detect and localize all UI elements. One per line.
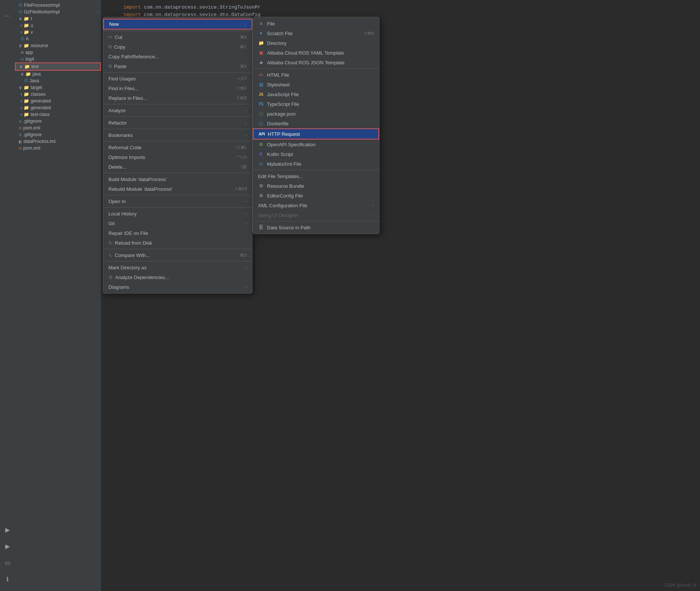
menu-item-paste[interactable]: ⧉ Paste ⌘V: [103, 61, 252, 71]
separator-2: [103, 72, 252, 73]
menu-item-build-module[interactable]: Build Module 'dataProcess': [103, 174, 252, 184]
separator-8: [103, 195, 252, 195]
menu-item-repair-ide[interactable]: Repair IDE on File: [103, 228, 252, 238]
chevron-right-icon-classes: ›: [21, 92, 22, 97]
arrow-swing-ui: ›: [372, 213, 374, 217]
tree-item-javafile[interactable]: Ⓒ Java: [15, 77, 101, 84]
menu-item-local-history[interactable]: Local History ›: [103, 209, 252, 218]
submenu-item-mybatisxml[interactable]: ‹/› MybatisXml File: [253, 159, 379, 169]
tree-item-t[interactable]: ∨ 📁 t: [15, 15, 101, 22]
submenu-item-alibaba-json[interactable]: ◈ Alibaba Cloud ROS JSON Template: [253, 58, 379, 67]
submenu-item-http-request[interactable]: API HTTP Request: [253, 128, 379, 140]
submenu-item-xml-config[interactable]: XML Configuration File ›: [253, 200, 379, 210]
arrow-git: ›: [245, 221, 247, 226]
info-icon[interactable]: ℹ: [3, 575, 12, 584]
submenu-item-file[interactable]: ≡ File: [253, 19, 379, 28]
menu-item-delete[interactable]: Delete... ⌫: [103, 162, 252, 172]
debug-icon[interactable]: ▶: [3, 542, 12, 551]
submenu-label-openapi: OpenAPI Specification: [267, 142, 374, 147]
run-icon[interactable]: ▶: [3, 525, 12, 534]
submenu-item-html[interactable]: ‹/› HTML File: [253, 70, 379, 80]
menu-label-analyze-deps: Analyze Dependencies...: [115, 275, 247, 280]
tree-item-classes[interactable]: › 📁 classes: [15, 91, 101, 98]
tree-label-v: v: [31, 30, 33, 35]
menu-label-delete: Delete...: [108, 164, 233, 170]
menu-item-new[interactable]: New ›: [103, 19, 252, 30]
tree-item-testclass[interactable]: › 📁 test-class: [15, 111, 101, 118]
menu-item-find-in-files[interactable]: Find in Files... ⇧⌘F: [103, 83, 252, 93]
menu-item-analyze[interactable]: Analyze ›: [103, 105, 252, 115]
menu-item-rebuild-module[interactable]: Rebuild Module 'dataProcess' ⇧⌘F9: [103, 184, 252, 194]
tree-item-java[interactable]: ∨ 📁 java: [15, 71, 101, 77]
ellipsis-icon[interactable]: ⋯: [3, 11, 12, 20]
tree-item-generated2[interactable]: › 📁 generated: [15, 104, 101, 111]
tree-item-generated1[interactable]: › 📁 generated: [15, 98, 101, 104]
tree-label-testclass: test-class: [31, 112, 50, 117]
tree-label-app: app: [25, 50, 33, 55]
menu-item-analyze-deps[interactable]: ⚙ Analyze Dependencies...: [103, 272, 252, 282]
shortcut-find-usages: ⌥F7: [237, 76, 247, 81]
menu-item-find-usages[interactable]: Find Usages ⌥F7: [103, 74, 252, 83]
menu-item-open-in[interactable]: Open In ›: [103, 196, 252, 206]
submenu-item-kotlin-script[interactable]: K Kotlin Script: [253, 149, 379, 159]
menu-label-analyze: Analyze: [108, 108, 245, 113]
folder-icon-java: 📁: [25, 71, 31, 77]
tree-item-pomxml2[interactable]: m pom.xml: [15, 145, 101, 151]
tree-item-log4[interactable]: ‹/› log4: [15, 56, 101, 62]
submenu-item-typescript[interactable]: TS TypeScript File: [253, 99, 379, 109]
submenu-item-packagejson[interactable]: ⬡ package.json: [253, 109, 379, 119]
menu-item-mark-directory[interactable]: Mark Directory as ›: [103, 263, 252, 272]
submenu-item-dockerfile[interactable]: ◻ Dockerfile: [253, 119, 379, 128]
menu-item-refactor[interactable]: Refactor ›: [103, 118, 252, 128]
tree-item-a[interactable]: Ⓒ A: [15, 36, 101, 42]
maven-icon1: m: [19, 126, 22, 130]
submenu-item-stylesheet[interactable]: ▤ Stylesheet: [253, 80, 379, 89]
tree-item-app[interactable]: ⚙ app: [15, 49, 101, 56]
menu-item-diagrams[interactable]: Diagrams ›: [103, 282, 252, 292]
datasource-icon: 🗄: [258, 224, 264, 230]
menu-item-reformat[interactable]: Reformat Code ⌥⌘L: [103, 143, 252, 152]
tree-label-fileprocessorimpl: FileProcessorImpl: [24, 3, 60, 8]
menu-item-copy[interactable]: ⧉ Copy ⌘C: [103, 42, 252, 52]
paste-icon: ⧉: [108, 63, 112, 69]
tree-item-dataprocessiml[interactable]: ◧ dataProcess.iml: [15, 138, 101, 145]
submenu-item-resource-bundle[interactable]: ⚙ Resource Bundle: [253, 181, 379, 191]
menu-item-copy-path[interactable]: Copy Path/Reference...: [103, 52, 252, 61]
submenu-item-datasource[interactable]: 🗄 Data Source in Path: [253, 223, 379, 232]
submenu-item-scratch[interactable]: ✦ Scratch File ⇧⌘N: [253, 28, 379, 38]
tree-item-target[interactable]: ∨ 📁 target: [15, 84, 101, 91]
menu-item-cut[interactable]: ✂ Cut ⌘X: [103, 32, 252, 42]
terminal-icon[interactable]: ▭: [3, 558, 12, 567]
menu-label-copy-path: Copy Path/Reference...: [108, 54, 247, 59]
menu-item-compare[interactable]: ⤡ Compare With... ⌘D: [103, 250, 252, 260]
menu-item-replace-in-files[interactable]: Replace in Files... ⇧⌘R: [103, 93, 252, 103]
menu-item-optimize-imports[interactable]: Optimize Imports ^⌥O: [103, 152, 252, 162]
submenu-item-directory[interactable]: 📁 Directory: [253, 38, 379, 48]
submenu-item-openapi[interactable]: ✿ OpenAPI Specification: [253, 140, 379, 149]
tree-item-u[interactable]: › 📁 u: [15, 22, 101, 29]
editorconfig-icon: ⚙: [258, 193, 264, 199]
chevron-down-icon-java: ∨: [21, 71, 24, 77]
tree-item-v[interactable]: › 📁 v: [15, 29, 101, 36]
circle-slash-icon1: ⊘: [19, 119, 22, 123]
tree-item-gzfileworkerimpl[interactable]: Ⓒ GzFileWorkerImpl 5: [15, 9, 101, 15]
submenu-item-javascript[interactable]: JS JavaScript File: [253, 89, 379, 99]
tree-item-fileprocessorimpl[interactable]: Ⓒ FileProcessorImpl 4: [15, 2, 101, 9]
submenu-item-edit-templates[interactable]: Edit File Templates...: [253, 171, 379, 181]
submenu-label-html: HTML File: [267, 72, 374, 78]
menu-item-git[interactable]: Git ›: [103, 218, 252, 228]
tree-item-pomxml1[interactable]: m pom.xml: [15, 125, 101, 131]
submenu-item-editorconfig[interactable]: ⚙ EditorConfig File: [253, 191, 379, 200]
arrow-mark-directory: ›: [245, 265, 247, 270]
tree-item-resource[interactable]: ∨ 📁 resource: [15, 42, 101, 49]
menu-item-reload[interactable]: ↻ Reload from Disk: [103, 238, 252, 248]
chevron-right-icon-gen1: ›: [21, 98, 22, 104]
menu-item-bookmarks[interactable]: Bookmarks ›: [103, 130, 252, 140]
tree-item-test[interactable]: ∨ 📁 test: [15, 62, 101, 71]
tree-item-gitignore2[interactable]: ⊘ .gitignore: [15, 131, 101, 138]
submenu-item-swing-ui[interactable]: Swing UI Designer ›: [253, 210, 379, 220]
tree-item-gitignore1[interactable]: ⊘ .gitignore: [15, 118, 101, 125]
submenu-label-packagejson: package.json: [267, 111, 374, 117]
submenu-item-alibaba-yaml[interactable]: ▣ Alibaba Cloud ROS YAML Template: [253, 48, 379, 58]
separator-11: [103, 261, 252, 261]
